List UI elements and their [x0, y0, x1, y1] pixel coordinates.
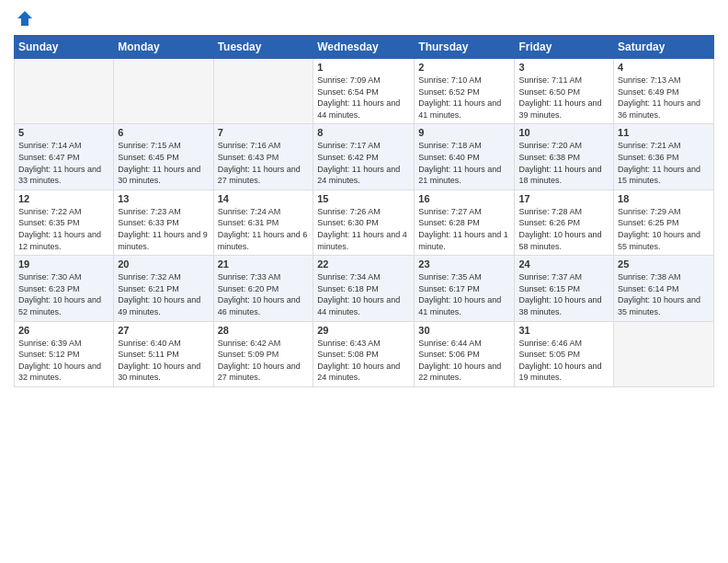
calendar-header-wednesday: Wednesday	[313, 36, 415, 59]
day-number: 10	[518, 127, 609, 138]
day-number: 12	[18, 193, 109, 204]
calendar-cell-4-2: 20Sunrise: 7:32 AM Sunset: 6:21 PM Dayli…	[114, 256, 213, 321]
calendar-cell-3-7: 18Sunrise: 7:29 AM Sunset: 6:25 PM Dayli…	[614, 190, 714, 255]
calendar-cell-4-4: 22Sunrise: 7:34 AM Sunset: 6:18 PM Dayli…	[313, 256, 415, 321]
day-number: 5	[18, 127, 109, 138]
calendar-cell-5-1: 26Sunrise: 6:39 AM Sunset: 5:12 PM Dayli…	[15, 321, 114, 386]
day-info: Sunrise: 7:35 AM Sunset: 6:17 PM Dayligh…	[418, 271, 510, 317]
calendar-cell-1-5: 2Sunrise: 7:10 AM Sunset: 6:52 PM Daylig…	[415, 59, 515, 124]
day-info: Sunrise: 6:44 AM Sunset: 5:06 PM Dayligh…	[418, 338, 510, 384]
calendar-header-row: SundayMondayTuesdayWednesdayThursdayFrid…	[15, 36, 714, 59]
calendar-cell-3-6: 17Sunrise: 7:28 AM Sunset: 6:26 PM Dayli…	[515, 190, 614, 255]
day-info: Sunrise: 6:40 AM Sunset: 5:11 PM Dayligh…	[118, 338, 209, 384]
day-info: Sunrise: 7:37 AM Sunset: 6:15 PM Dayligh…	[518, 271, 609, 317]
day-number: 21	[218, 259, 310, 270]
day-info: Sunrise: 7:26 AM Sunset: 6:30 PM Dayligh…	[317, 206, 410, 252]
calendar-header-thursday: Thursday	[415, 36, 515, 59]
day-number: 2	[418, 62, 510, 73]
calendar-cell-4-7: 25Sunrise: 7:38 AM Sunset: 6:14 PM Dayli…	[614, 256, 714, 321]
day-number: 30	[418, 325, 510, 336]
day-number: 17	[518, 193, 609, 204]
day-info: Sunrise: 7:09 AM Sunset: 6:54 PM Dayligh…	[317, 75, 410, 121]
logo-icon	[16, 9, 34, 28]
day-info: Sunrise: 7:33 AM Sunset: 6:20 PM Dayligh…	[218, 271, 310, 317]
day-info: Sunrise: 6:46 AM Sunset: 5:05 PM Dayligh…	[518, 338, 609, 384]
day-number: 8	[317, 127, 410, 138]
calendar-cell-5-6: 31Sunrise: 6:46 AM Sunset: 5:05 PM Dayli…	[515, 321, 614, 386]
calendar-cell-4-3: 21Sunrise: 7:33 AM Sunset: 6:20 PM Dayli…	[213, 256, 313, 321]
calendar-cell-1-7: 4Sunrise: 7:13 AM Sunset: 6:49 PM Daylig…	[614, 59, 714, 124]
svg-marker-0	[17, 11, 32, 26]
calendar-cell-1-3	[213, 59, 313, 124]
calendar-week-5: 26Sunrise: 6:39 AM Sunset: 5:12 PM Dayli…	[15, 321, 714, 386]
calendar-header-friday: Friday	[515, 36, 614, 59]
day-info: Sunrise: 7:28 AM Sunset: 6:26 PM Dayligh…	[518, 206, 609, 252]
day-info: Sunrise: 7:27 AM Sunset: 6:28 PM Dayligh…	[418, 206, 510, 252]
calendar-cell-1-2	[114, 59, 213, 124]
day-info: Sunrise: 6:39 AM Sunset: 5:12 PM Dayligh…	[18, 338, 109, 384]
day-number: 29	[317, 325, 410, 336]
day-info: Sunrise: 7:18 AM Sunset: 6:40 PM Dayligh…	[418, 140, 510, 186]
day-info: Sunrise: 7:14 AM Sunset: 6:47 PM Dayligh…	[18, 140, 109, 186]
day-number: 24	[518, 259, 609, 270]
calendar-header-tuesday: Tuesday	[213, 36, 313, 59]
calendar-cell-5-2: 27Sunrise: 6:40 AM Sunset: 5:11 PM Dayli…	[114, 321, 213, 386]
calendar-week-2: 5Sunrise: 7:14 AM Sunset: 6:47 PM Daylig…	[15, 124, 714, 190]
calendar-cell-4-1: 19Sunrise: 7:30 AM Sunset: 6:23 PM Dayli…	[15, 256, 114, 321]
calendar-cell-2-5: 9Sunrise: 7:18 AM Sunset: 6:40 PM Daylig…	[415, 124, 515, 190]
day-info: Sunrise: 7:30 AM Sunset: 6:23 PM Dayligh…	[18, 271, 109, 317]
day-info: Sunrise: 7:22 AM Sunset: 6:35 PM Dayligh…	[18, 206, 109, 252]
day-number: 31	[518, 325, 609, 336]
day-number: 13	[118, 193, 209, 204]
calendar-week-3: 12Sunrise: 7:22 AM Sunset: 6:35 PM Dayli…	[15, 190, 714, 255]
calendar-cell-5-4: 29Sunrise: 6:43 AM Sunset: 5:08 PM Dayli…	[313, 321, 415, 386]
calendar-cell-3-1: 12Sunrise: 7:22 AM Sunset: 6:35 PM Dayli…	[15, 190, 114, 255]
day-number: 9	[418, 127, 510, 138]
calendar-cell-3-3: 14Sunrise: 7:24 AM Sunset: 6:31 PM Dayli…	[213, 190, 313, 255]
day-number: 1	[317, 62, 410, 73]
day-number: 7	[218, 127, 310, 138]
calendar-cell-1-1	[15, 59, 114, 124]
calendar-cell-4-6: 24Sunrise: 7:37 AM Sunset: 6:15 PM Dayli…	[515, 256, 614, 321]
day-number: 16	[418, 193, 510, 204]
calendar-cell-2-4: 8Sunrise: 7:17 AM Sunset: 6:42 PM Daylig…	[313, 124, 415, 190]
day-info: Sunrise: 7:24 AM Sunset: 6:31 PM Dayligh…	[218, 206, 310, 252]
day-number: 27	[118, 325, 209, 336]
day-info: Sunrise: 6:43 AM Sunset: 5:08 PM Dayligh…	[317, 338, 410, 384]
calendar-cell-2-3: 7Sunrise: 7:16 AM Sunset: 6:43 PM Daylig…	[213, 124, 313, 190]
day-number: 25	[618, 259, 710, 270]
calendar-cell-1-4: 1Sunrise: 7:09 AM Sunset: 6:54 PM Daylig…	[313, 59, 415, 124]
calendar-week-1: 1Sunrise: 7:09 AM Sunset: 6:54 PM Daylig…	[15, 59, 714, 124]
header	[14, 9, 714, 28]
day-number: 6	[118, 127, 209, 138]
calendar-week-4: 19Sunrise: 7:30 AM Sunset: 6:23 PM Dayli…	[15, 256, 714, 321]
day-info: Sunrise: 7:11 AM Sunset: 6:50 PM Dayligh…	[518, 75, 609, 121]
day-info: Sunrise: 7:23 AM Sunset: 6:33 PM Dayligh…	[118, 206, 209, 252]
day-info: Sunrise: 7:10 AM Sunset: 6:52 PM Dayligh…	[418, 75, 510, 121]
day-number: 4	[618, 62, 710, 73]
page: SundayMondayTuesdayWednesdayThursdayFrid…	[0, 0, 728, 563]
calendar-cell-5-5: 30Sunrise: 6:44 AM Sunset: 5:06 PM Dayli…	[415, 321, 515, 386]
day-number: 19	[18, 259, 109, 270]
day-info: Sunrise: 7:32 AM Sunset: 6:21 PM Dayligh…	[118, 271, 209, 317]
calendar-cell-3-2: 13Sunrise: 7:23 AM Sunset: 6:33 PM Dayli…	[114, 190, 213, 255]
calendar-cell-5-7	[614, 321, 714, 386]
day-number: 3	[518, 62, 609, 73]
day-info: Sunrise: 7:20 AM Sunset: 6:38 PM Dayligh…	[518, 140, 609, 186]
calendar-cell-2-7: 11Sunrise: 7:21 AM Sunset: 6:36 PM Dayli…	[614, 124, 714, 190]
logo	[14, 9, 34, 28]
calendar-table: SundayMondayTuesdayWednesdayThursdayFrid…	[14, 35, 714, 387]
day-info: Sunrise: 7:15 AM Sunset: 6:45 PM Dayligh…	[118, 140, 209, 186]
calendar-header-sunday: Sunday	[15, 36, 114, 59]
day-info: Sunrise: 7:38 AM Sunset: 6:14 PM Dayligh…	[618, 271, 710, 317]
day-number: 22	[317, 259, 410, 270]
calendar-header-monday: Monday	[114, 36, 213, 59]
day-info: Sunrise: 7:21 AM Sunset: 6:36 PM Dayligh…	[618, 140, 710, 186]
calendar-cell-5-3: 28Sunrise: 6:42 AM Sunset: 5:09 PM Dayli…	[213, 321, 313, 386]
day-number: 20	[118, 259, 209, 270]
day-info: Sunrise: 7:13 AM Sunset: 6:49 PM Dayligh…	[618, 75, 710, 121]
day-number: 18	[618, 193, 710, 204]
calendar-cell-1-6: 3Sunrise: 7:11 AM Sunset: 6:50 PM Daylig…	[515, 59, 614, 124]
calendar-cell-3-4: 15Sunrise: 7:26 AM Sunset: 6:30 PM Dayli…	[313, 190, 415, 255]
calendar-cell-2-6: 10Sunrise: 7:20 AM Sunset: 6:38 PM Dayli…	[515, 124, 614, 190]
